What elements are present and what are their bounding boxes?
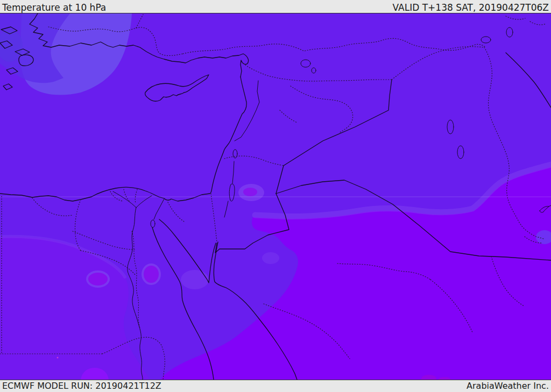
shade-blob-jordan-core (243, 188, 257, 196)
valid-time-label: VALID T+138 SAT, 20190427T06Z (393, 3, 549, 13)
title-bar: Temperature at 10 hPa VALID T+138 SAT, 2… (0, 0, 551, 13)
shade-pink-dot (57, 357, 59, 359)
map-title: Temperature at 10 hPa (2, 3, 106, 13)
temperature-shading (0, 13, 551, 380)
credit-label: ArabiaWeather Inc. (467, 381, 549, 391)
shade-blob-red-sea (181, 270, 209, 289)
model-run-label: ECMWF MODEL RUN: 20190421T12Z (2, 381, 161, 391)
weather-map-canvas (0, 13, 551, 380)
shade-blob-nile-east (143, 265, 160, 284)
shade-blob-tabuk (262, 252, 279, 264)
shade-blob-nile-west (87, 272, 109, 287)
status-bar: ECMWF MODEL RUN: 20190421T12Z ArabiaWeat… (0, 380, 551, 392)
